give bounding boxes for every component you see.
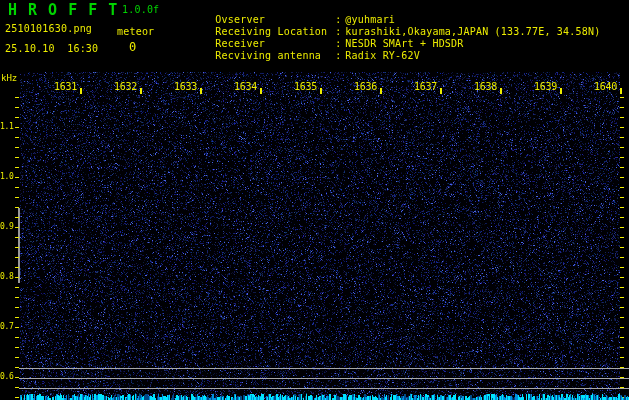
time-tick-label: 1632 (113, 81, 137, 92)
time-tick-label: 1640 (593, 81, 617, 92)
time-tick-label: 1636 (353, 81, 377, 92)
info-separator: : (335, 26, 345, 37)
info-value: Radix RY-62V (345, 50, 420, 61)
output-filename: 2510101630.png (5, 24, 92, 34)
freq-tick-label: 0.7 (0, 322, 13, 331)
info-label: Receiver (215, 38, 335, 49)
info-separator: : (335, 38, 345, 49)
freq-tick-label: 0.8 (0, 272, 13, 281)
y-axis-unit-label: kHz (1, 74, 17, 83)
app-version: 1.0.0f (122, 5, 159, 15)
meteor-counter-value: 0 (129, 41, 136, 53)
freq-tick-label: 0.6 (0, 372, 13, 381)
app-title: H R O F F T (8, 3, 118, 18)
time-tick-label: 1639 (533, 81, 557, 92)
meteor-counter-label: meteor (117, 27, 154, 37)
info-separator: : (335, 14, 345, 25)
time-tick-label: 1633 (173, 81, 197, 92)
freq-tick-label: 1.0 (0, 172, 13, 181)
time-tick-label: 1638 (473, 81, 497, 92)
time-tick-label: 1635 (293, 81, 317, 92)
info-value: NESDR SMArt + HDSDR (345, 38, 463, 49)
info-separator: : (335, 50, 345, 61)
info-label: Receiving Location (215, 26, 335, 37)
hrofft-window: H R O F F T 1.0.0f 2510101630.png meteor… (0, 0, 629, 400)
time-tick-label: 1634 (233, 81, 257, 92)
info-value: @yuhmari (345, 14, 395, 25)
info-label: Ovserver (215, 14, 335, 25)
observation-datetime: 25.10.10 16:30 (5, 44, 98, 54)
freq-tick-label: 0.9 (0, 222, 13, 231)
time-tick-label: 1637 (413, 81, 437, 92)
time-tick-label: 1631 (53, 81, 77, 92)
freq-tick-label: 1.1 (0, 122, 13, 131)
info-value: kurashiki,Okayama,JAPAN (133.77E, 34.58N… (345, 26, 600, 37)
station-info: Ovserver:@yuhmari Receiving Location:kur… (178, 3, 600, 51)
info-row-observer: Ovserver:@yuhmari (178, 3, 600, 15)
info-label: Recviving antenna (215, 50, 335, 61)
